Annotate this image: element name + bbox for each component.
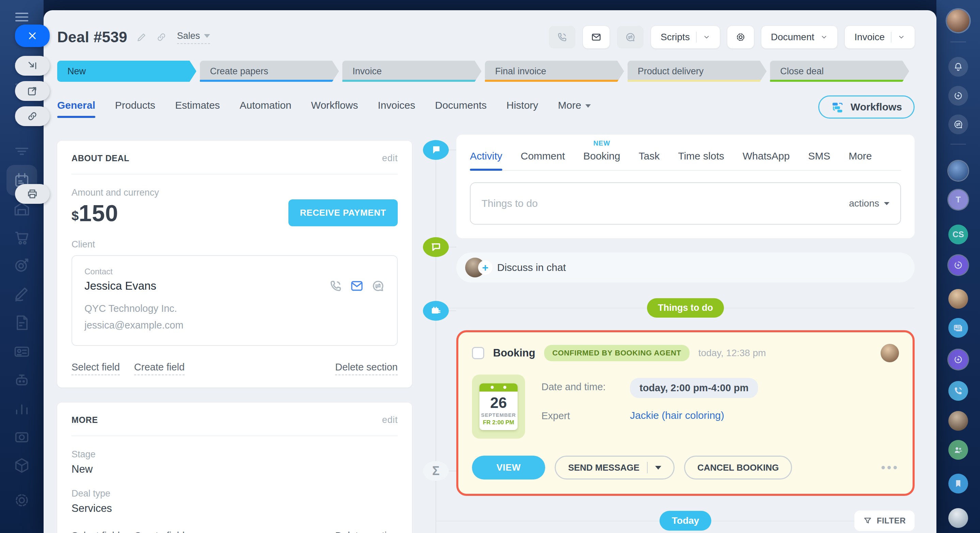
stage-close-deal[interactable]: Close deal: [770, 61, 909, 82]
invoice-button[interactable]: Invoice: [845, 26, 915, 48]
stage-product-delivery[interactable]: Product delivery: [628, 61, 767, 82]
feed-tab-comment[interactable]: Comment: [521, 138, 565, 170]
edit-about-link[interactable]: edit: [382, 153, 398, 164]
scripts-button[interactable]: Scripts: [651, 26, 720, 48]
send-message-button[interactable]: SEND MESSAGE: [555, 456, 675, 479]
cancel-booking-button[interactable]: CANCEL BOOKING: [684, 456, 792, 479]
current-user-avatar[interactable]: [947, 10, 969, 32]
create-field-link[interactable]: Create field: [134, 362, 185, 375]
goal-target-icon[interactable]: [13, 256, 31, 274]
link-icon[interactable]: [156, 32, 167, 43]
chevron-down-icon: [204, 34, 210, 38]
today-pill: Today: [660, 511, 711, 531]
select-field-link[interactable]: Select field: [72, 362, 120, 375]
chat-button[interactable]: [617, 26, 644, 48]
tab-more[interactable]: More: [558, 99, 591, 118]
email-button[interactable]: [583, 26, 609, 48]
tab-general[interactable]: General: [57, 99, 95, 118]
todo-composer: actions: [470, 182, 901, 225]
create-field-link[interactable]: Create field: [134, 530, 185, 533]
ai-star-icon[interactable]: [948, 255, 968, 275]
robot-icon[interactable]: [13, 372, 31, 389]
select-field-link[interactable]: Select field: [72, 530, 120, 533]
feed-tab-more[interactable]: More: [849, 138, 876, 170]
feed-tab-booking[interactable]: NEW Booking: [583, 138, 620, 170]
tab-automation[interactable]: Automation: [240, 99, 291, 118]
id-card-icon[interactable]: [13, 343, 31, 361]
filter-list-icon[interactable]: [13, 142, 31, 160]
document-button[interactable]: Document: [761, 26, 838, 48]
pipeline-selector[interactable]: Sales: [177, 31, 210, 44]
view-booking-button[interactable]: VIEW: [472, 456, 545, 479]
chat-transfer-icon[interactable]: [948, 115, 968, 134]
hamburger-menu-icon[interactable]: [13, 8, 31, 26]
tab-workflows[interactable]: Workflows: [311, 99, 358, 118]
feed-tab-time-slots[interactable]: Time slots: [678, 138, 724, 170]
delete-section-link[interactable]: Delete section: [335, 530, 398, 533]
workflows-button[interactable]: Workflows: [818, 96, 915, 119]
settings-gear-icon[interactable]: [13, 492, 31, 509]
delete-section-link[interactable]: Delete section: [335, 362, 398, 375]
bar-chart-icon[interactable]: [13, 399, 31, 417]
contact-card[interactable]: Contact Jessica Evans QYC Technology Inc…: [72, 255, 398, 346]
contact-name[interactable]: Jessica Evans: [84, 279, 156, 292]
document-edit-icon[interactable]: [13, 314, 31, 332]
initials-avatar-cs[interactable]: CS: [948, 225, 968, 244]
bookmark-icon[interactable]: [948, 474, 968, 493]
package-box-icon[interactable]: [13, 456, 31, 474]
feed-tab-whatsapp[interactable]: WhatsApp: [743, 138, 790, 170]
edit-title-icon[interactable]: [136, 32, 147, 43]
tab-estimates[interactable]: Estimates: [175, 99, 220, 118]
initials-avatar-t[interactable]: T: [948, 190, 968, 210]
feed-tab-task[interactable]: Task: [638, 138, 660, 170]
contact-chat-icon[interactable]: [371, 279, 385, 293]
tab-products[interactable]: Products: [115, 99, 155, 118]
feed-tab-activity[interactable]: Activity: [470, 138, 502, 170]
contact-email-icon[interactable]: [350, 279, 364, 293]
tab-documents[interactable]: Documents: [435, 99, 487, 118]
booking-checkbox[interactable]: [472, 347, 484, 359]
discuss-in-chat-row[interactable]: + Discuss in chat: [456, 252, 915, 282]
close-deal-window-button[interactable]: [15, 24, 50, 47]
camera-icon[interactable]: [13, 428, 31, 445]
todo-input[interactable]: [482, 198, 849, 209]
feed-tab-more-label: More: [849, 150, 872, 162]
stage-invoice[interactable]: Invoice: [342, 61, 482, 82]
booking-timestamp: today, 12:38 pm: [698, 348, 766, 359]
id-card-icon[interactable]: [948, 318, 968, 338]
add-participant-icon[interactable]: +: [478, 260, 492, 274]
ai-assistant-icon[interactable]: [948, 86, 968, 105]
about-deal-title: ABOUT DEAL: [72, 153, 129, 163]
print-button[interactable]: [15, 184, 50, 204]
copy-link-button[interactable]: [15, 106, 50, 126]
actions-dropdown[interactable]: actions: [849, 198, 889, 209]
notifications-bell-icon[interactable]: [948, 57, 968, 77]
stage-create-papers[interactable]: Create papers: [200, 61, 339, 82]
contact-call-icon[interactable]: [329, 279, 342, 293]
filter-button[interactable]: FILTER: [854, 511, 915, 531]
contact-avatar[interactable]: [948, 161, 968, 180]
client-label: Client: [72, 239, 398, 250]
open-external-button[interactable]: [15, 81, 50, 101]
expert-link[interactable]: Jackie (hair coloring): [630, 407, 758, 421]
feed-tab-sms[interactable]: SMS: [808, 138, 830, 170]
edit-more-link[interactable]: edit: [382, 415, 398, 425]
tab-history[interactable]: History: [506, 99, 538, 118]
phone-icon[interactable]: [948, 381, 968, 401]
signature-pen-icon[interactable]: [13, 285, 31, 303]
about-deal-card: ABOUT DEAL edit Amount and currency $ 15…: [57, 141, 412, 388]
tab-invoices[interactable]: Invoices: [378, 99, 415, 118]
call-button[interactable]: [549, 26, 576, 48]
booking-more-button[interactable]: •••: [881, 460, 899, 475]
receive-payment-button[interactable]: RECEIVE PAYMENT: [288, 199, 398, 226]
contact-avatar[interactable]: [948, 411, 968, 431]
ai-star-icon[interactable]: [948, 349, 968, 369]
cart-icon[interactable]: [13, 229, 31, 246]
cat-avatar[interactable]: [948, 508, 968, 528]
contact-avatar[interactable]: [948, 289, 968, 309]
collapse-window-button[interactable]: [15, 56, 50, 76]
stage-new[interactable]: New: [57, 61, 196, 82]
users-icon[interactable]: [948, 440, 968, 460]
stage-final-invoice[interactable]: Final invoice: [485, 61, 624, 82]
settings-button[interactable]: [727, 26, 754, 48]
